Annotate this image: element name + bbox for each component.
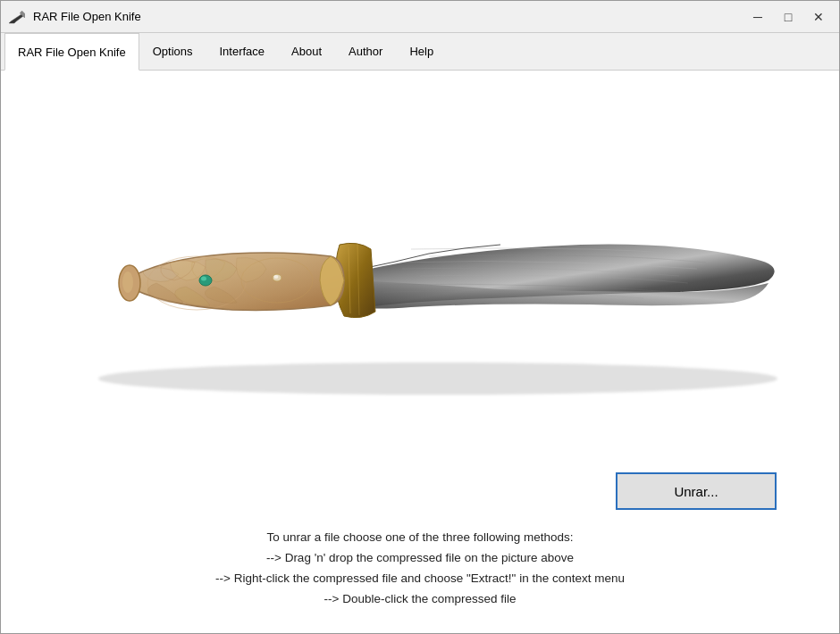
maximize-button[interactable]: □ [775, 6, 802, 28]
tab-author[interactable]: Author [335, 33, 396, 70]
tab-options[interactable]: Options [139, 33, 206, 70]
knife-image-area [10, 79, 830, 472]
unrar-button-row: Unrar... [10, 472, 830, 521]
menu-bar: RAR File Open Knife Options Interface Ab… [1, 33, 839, 71]
instruction-line4: --> Double-click the compressed file [215, 589, 625, 610]
window-controls: ─ □ ✕ [744, 6, 832, 28]
main-window: RAR File Open Knife ─ □ ✕ RAR File Open … [0, 0, 840, 634]
tab-main[interactable]: RAR File Open Knife [4, 33, 139, 71]
instruction-line3: --> Right-click the compressed file and … [215, 569, 625, 589]
instructions: To unrar a file choose one of the three … [215, 521, 625, 624]
svg-point-5 [199, 275, 212, 286]
title-bar: RAR File Open Knife ─ □ ✕ [1, 1, 839, 33]
app-icon [8, 8, 26, 26]
instruction-line2: --> Drag 'n' drop the compressed file on… [215, 548, 625, 569]
content-area: Unrar... To unrar a file choose one of t… [1, 71, 839, 633]
svg-point-6 [201, 277, 206, 281]
minimize-button[interactable]: ─ [744, 6, 771, 28]
close-button[interactable]: ✕ [805, 6, 832, 28]
tab-interface[interactable]: Interface [206, 33, 278, 70]
tab-about[interactable]: About [278, 33, 335, 70]
svg-marker-0 [9, 14, 23, 23]
unrar-button[interactable]: Unrar... [616, 472, 777, 510]
knife-image [54, 142, 786, 410]
instruction-line1: To unrar a file choose one of the three … [215, 528, 625, 548]
svg-point-2 [98, 363, 777, 395]
svg-point-8 [274, 275, 279, 279]
tab-help[interactable]: Help [396, 33, 447, 70]
title-bar-left: RAR File Open Knife [8, 8, 141, 26]
window-title: RAR File Open Knife [33, 10, 141, 23]
svg-point-10 [122, 271, 133, 293]
